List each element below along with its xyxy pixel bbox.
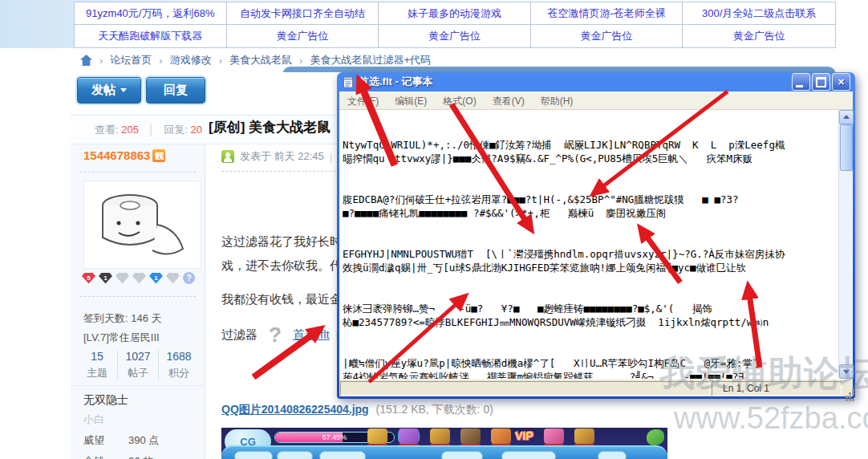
post-header: 发表于 前天 22:45 | bbox=[221, 149, 332, 164]
prestige-field: 威望390 点 bbox=[83, 433, 104, 448]
game-tab-button[interactable] bbox=[319, 451, 366, 459]
menu-edit[interactable]: 编辑(E) bbox=[395, 95, 427, 108]
user-group: 无双隐士 bbox=[83, 393, 128, 408]
watermark-site-url: www.52fzba.com bbox=[674, 401, 868, 436]
divider bbox=[80, 172, 196, 173]
divider bbox=[80, 296, 196, 297]
user-level: [LV.7]常住居民III bbox=[83, 331, 160, 345]
maximize-button[interactable] bbox=[812, 73, 830, 91]
medal-gray-gem[interactable] bbox=[132, 273, 146, 284]
post-text-line: 过滤器 bbox=[221, 323, 258, 347]
attachment-image-link[interactable]: QQ图片20140826225404.jpg bbox=[221, 403, 369, 416]
scroll-up-button[interactable] bbox=[839, 110, 854, 124]
ad-link[interactable]: 300/月全站二级点击联系 bbox=[683, 2, 835, 25]
scrollbar-thumb[interactable] bbox=[840, 124, 853, 171]
medal-blue-gem[interactable]: 1 bbox=[149, 273, 163, 284]
chevron-down-icon bbox=[120, 88, 127, 92]
thread-stats: 查看: 205 │ 回复: 20 bbox=[95, 123, 202, 137]
username-link[interactable]: 1544678863靓 bbox=[83, 148, 165, 162]
ad-link[interactable]: 苍空激情页游-苍老师全裸 bbox=[531, 2, 683, 25]
sign-in-days: 签到天数: 146 天 bbox=[83, 311, 162, 326]
user-rank: 小白 bbox=[83, 412, 104, 427]
post-time: 发表于 前天 22:45 bbox=[240, 149, 324, 164]
game-bottom-panel bbox=[221, 445, 667, 459]
game-icon-gift2[interactable] bbox=[544, 429, 564, 444]
minimize-button[interactable] bbox=[792, 73, 810, 91]
game-tab-button[interactable] bbox=[598, 451, 627, 459]
attachment-meta: (151.2 KB, 下载次数: 0) bbox=[376, 403, 493, 416]
medal-black-gem[interactable]: 1 bbox=[99, 273, 112, 284]
page: 91yzm40元/万码，返利68% 自动发卡网接口齐全自动结 妹子最多的动漫游戏… bbox=[0, 0, 868, 459]
breadcrumb-separator: › bbox=[299, 55, 302, 67]
notepad-icon bbox=[342, 75, 355, 88]
breadcrumb-subforum[interactable]: 美食大战老鼠 bbox=[229, 53, 292, 67]
ad-link[interactable]: 黄金广告位 bbox=[683, 25, 835, 47]
stat-posts[interactable]: 1027帖子 bbox=[117, 350, 158, 380]
medal-help-icon[interactable]: ? bbox=[183, 272, 195, 284]
medal-gray-gem[interactable] bbox=[116, 273, 129, 284]
medal-row: 5 1 1 ? bbox=[82, 272, 195, 284]
ad-table: 91yzm40元/万码，返利68% 自动发卡网接口齐全自动结 妹子最多的动漫游戏… bbox=[74, 2, 836, 48]
breadcrumb-thread[interactable]: 美食大战老鼠过滤器+代码 bbox=[310, 53, 431, 67]
game-bird-icon bbox=[647, 429, 664, 445]
ad-link[interactable]: 黄金广告位 bbox=[227, 25, 379, 47]
breadcrumb: › 论坛首页 › 游戏修改 › 美食大战老鼠 › 美食大战老鼠过滤器+代码 bbox=[80, 52, 431, 68]
ad-link[interactable]: 黄金广告位 bbox=[379, 25, 531, 47]
menu-format[interactable]: 格式(O) bbox=[443, 95, 476, 108]
reply-button[interactable]: 回复 bbox=[146, 77, 205, 104]
game-icon-pet[interactable] bbox=[460, 429, 481, 444]
medal-red-gem[interactable]: 5 bbox=[82, 273, 95, 284]
poster-avatar-icon bbox=[221, 150, 234, 163]
notepad-titlebar[interactable]: 首选.flt - 记事本 ✕ bbox=[339, 72, 853, 91]
menu-help[interactable]: 帮助(H) bbox=[541, 95, 574, 108]
notepad-edit-area[interactable]: NtywTqC\WRIUL)*+,:./0怅倲■釕汝筹?坳捕 岷屪LIJK]LN… bbox=[339, 110, 853, 379]
game-icon-chest2[interactable] bbox=[574, 429, 594, 444]
window-title: 首选.flt - 记事本 bbox=[359, 75, 790, 89]
breadcrumb-game-mod[interactable]: 游戏修改 bbox=[170, 53, 212, 67]
new-post-button[interactable]: 发帖 bbox=[77, 77, 141, 104]
divider bbox=[71, 385, 205, 386]
ad-link[interactable]: 天天酷跑破解版下载器 bbox=[75, 25, 227, 47]
status-panel-empty bbox=[340, 381, 710, 396]
game-screenshot: CG 57.45% GM VIP bbox=[221, 428, 667, 459]
flt-file-link[interactable]: 首选.flt bbox=[293, 323, 330, 347]
stat-credits[interactable]: 1688积分 bbox=[158, 350, 199, 380]
notepad-text-content: NtywTqC\WRIUL)*+,:./0怅倲■釕汝筹?坳捕 岷屪LIJK]LN… bbox=[343, 111, 838, 379]
user-stat-columns: 15主题 1027帖子 1688积分 bbox=[77, 350, 199, 380]
ad-link[interactable]: 妹子最多的动漫游戏 bbox=[379, 2, 531, 25]
game-tab-button[interactable] bbox=[501, 451, 556, 459]
close-button[interactable]: ✕ bbox=[832, 73, 850, 91]
game-tab-button[interactable] bbox=[441, 451, 483, 459]
game-icon-event[interactable] bbox=[491, 429, 511, 444]
reply-label: 回复 bbox=[164, 83, 188, 98]
watermark-site-name: 我爱辅助论坛 bbox=[659, 350, 868, 397]
home-icon[interactable] bbox=[80, 55, 92, 66]
ad-link[interactable]: 自动发卡网接口齐全自动结 bbox=[227, 2, 379, 25]
money-field: 金钱36 枚 bbox=[83, 454, 104, 459]
avatar-drawing bbox=[88, 185, 197, 265]
ad-link[interactable]: 91yzm40元/万码，返利68% bbox=[75, 2, 227, 25]
breadcrumb-separator: › bbox=[219, 55, 222, 67]
unknown-file-icon: ? bbox=[269, 323, 282, 347]
medal-gray-gem[interactable] bbox=[166, 273, 180, 284]
new-post-label: 发帖 bbox=[91, 83, 116, 98]
vip-badge: 靓 bbox=[152, 149, 165, 162]
breadcrumb-separator: › bbox=[99, 55, 103, 67]
game-icon-gift[interactable] bbox=[367, 429, 387, 444]
stat-threads[interactable]: 15主题 bbox=[77, 350, 117, 380]
breadcrumb-separator: › bbox=[159, 55, 162, 67]
game-vip-button[interactable]: VIP bbox=[515, 429, 533, 442]
game-tab-button[interactable] bbox=[277, 451, 313, 459]
breadcrumb-forum-home[interactable]: 论坛首页 bbox=[110, 53, 152, 67]
menu-view[interactable]: 查看(V) bbox=[493, 95, 525, 108]
ad-link[interactable]: 黄金广告位 bbox=[531, 25, 683, 47]
menu-file[interactable]: 文件(F) bbox=[347, 95, 379, 108]
reply-count: 20 bbox=[191, 124, 202, 136]
vertical-scrollbar[interactable] bbox=[838, 110, 853, 379]
notepad-menubar: 文件(F) 编辑(E) 格式(O) 查看(V) 帮助(H) bbox=[339, 91, 853, 110]
avatar[interactable] bbox=[83, 181, 201, 269]
game-tab-button[interactable] bbox=[234, 451, 273, 459]
game-icon-activity[interactable] bbox=[399, 429, 419, 444]
game-icon-chest[interactable] bbox=[430, 429, 450, 444]
attachment-row: QQ图片20140826225404.jpg (151.2 KB, 下载次数: … bbox=[221, 403, 493, 417]
